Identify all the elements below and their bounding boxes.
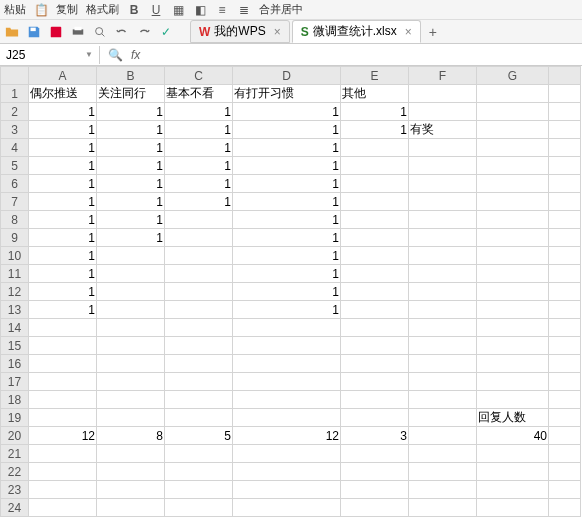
cell[interactable]: 1 <box>233 157 341 175</box>
cell[interactable] <box>165 373 233 391</box>
cell[interactable] <box>233 499 341 517</box>
cell[interactable] <box>409 355 477 373</box>
cell[interactable] <box>409 373 477 391</box>
cell[interactable] <box>409 265 477 283</box>
cell[interactable] <box>341 391 409 409</box>
cell[interactable] <box>409 445 477 463</box>
cell[interactable] <box>165 355 233 373</box>
cell[interactable] <box>549 301 581 319</box>
cell[interactable] <box>477 247 549 265</box>
cell[interactable] <box>549 265 581 283</box>
cell[interactable] <box>409 481 477 499</box>
paste-label[interactable]: 粘贴 <box>4 2 26 17</box>
cell[interactable]: 1 <box>97 229 165 247</box>
col-header[interactable]: E <box>341 67 409 85</box>
cell[interactable] <box>341 175 409 193</box>
tab-wps-home[interactable]: W 我的WPS × <box>190 20 290 43</box>
row-header[interactable]: 11 <box>1 265 29 283</box>
row-header[interactable]: 12 <box>1 283 29 301</box>
cell[interactable] <box>409 229 477 247</box>
fx-icon[interactable]: fx <box>131 48 140 62</box>
folder-icon[interactable] <box>4 24 20 40</box>
cell[interactable]: 有奖 <box>409 121 477 139</box>
cell[interactable] <box>341 283 409 301</box>
cell[interactable] <box>549 373 581 391</box>
cell[interactable]: 1 <box>97 157 165 175</box>
pdf-icon[interactable] <box>48 24 64 40</box>
cell[interactable] <box>477 445 549 463</box>
cell[interactable]: 1 <box>233 283 341 301</box>
cell[interactable] <box>29 445 97 463</box>
cell[interactable] <box>233 355 341 373</box>
cell[interactable] <box>477 499 549 517</box>
row-header[interactable]: 15 <box>1 337 29 355</box>
border-icon[interactable]: ▦ <box>171 3 185 17</box>
cell[interactable]: 1 <box>165 157 233 175</box>
cell[interactable]: 1 <box>165 121 233 139</box>
cell[interactable]: 1 <box>233 139 341 157</box>
row-header[interactable]: 21 <box>1 445 29 463</box>
cell[interactable] <box>549 103 581 121</box>
cell[interactable] <box>233 409 341 427</box>
clipboard-icon[interactable]: 📋 <box>34 3 48 17</box>
cell[interactable] <box>29 355 97 373</box>
cell[interactable] <box>549 121 581 139</box>
cell[interactable]: 1 <box>233 175 341 193</box>
cell[interactable] <box>29 499 97 517</box>
col-header[interactable]: G <box>477 67 549 85</box>
cell[interactable] <box>409 499 477 517</box>
cell[interactable] <box>549 463 581 481</box>
cell[interactable] <box>165 211 233 229</box>
print-icon[interactable] <box>70 24 86 40</box>
cell[interactable] <box>549 391 581 409</box>
cell[interactable]: 1 <box>165 175 233 193</box>
cell[interactable] <box>341 409 409 427</box>
cell[interactable] <box>477 355 549 373</box>
cell[interactable]: 1 <box>233 121 341 139</box>
merge-label[interactable]: 合并居中 <box>259 2 303 17</box>
cell[interactable]: 12 <box>233 427 341 445</box>
cell[interactable] <box>477 121 549 139</box>
new-tab-button[interactable]: + <box>423 22 443 42</box>
cell[interactable] <box>409 463 477 481</box>
cell[interactable] <box>477 103 549 121</box>
cell[interactable] <box>341 265 409 283</box>
cell[interactable]: 1 <box>29 103 97 121</box>
cell[interactable] <box>477 175 549 193</box>
cell[interactable]: 1 <box>29 121 97 139</box>
cell[interactable] <box>97 391 165 409</box>
undo-icon[interactable] <box>114 24 130 40</box>
cell[interactable] <box>549 229 581 247</box>
cell[interactable] <box>97 301 165 319</box>
name-box[interactable]: J25 ▼ <box>0 46 100 64</box>
cell[interactable] <box>165 229 233 247</box>
cell[interactable] <box>549 427 581 445</box>
cell[interactable] <box>409 211 477 229</box>
spreadsheet-grid[interactable]: A B C D E F G 1偶尔推送关注同行基本不看有打开习惯其他 21111… <box>0 66 582 521</box>
cell[interactable] <box>409 139 477 157</box>
cell[interactable] <box>549 337 581 355</box>
cell[interactable] <box>341 211 409 229</box>
cell[interactable]: 1 <box>29 211 97 229</box>
cell[interactable] <box>29 391 97 409</box>
cell[interactable] <box>233 445 341 463</box>
row-header[interactable]: 3 <box>1 121 29 139</box>
cell[interactable] <box>341 139 409 157</box>
tab-workbook[interactable]: S 微调查统计.xlsx × <box>292 20 421 43</box>
cell[interactable] <box>165 499 233 517</box>
cell[interactable] <box>165 481 233 499</box>
cell[interactable] <box>341 355 409 373</box>
cell[interactable] <box>97 247 165 265</box>
cell[interactable]: 1 <box>29 193 97 211</box>
cell[interactable] <box>341 373 409 391</box>
cell[interactable] <box>409 337 477 355</box>
cell[interactable] <box>549 211 581 229</box>
cell[interactable] <box>549 283 581 301</box>
cell[interactable]: 1 <box>29 157 97 175</box>
cell[interactable] <box>341 301 409 319</box>
cell[interactable] <box>549 193 581 211</box>
cell[interactable]: 1 <box>233 247 341 265</box>
cell[interactable] <box>549 499 581 517</box>
cell[interactable] <box>97 445 165 463</box>
row-header[interactable]: 13 <box>1 301 29 319</box>
